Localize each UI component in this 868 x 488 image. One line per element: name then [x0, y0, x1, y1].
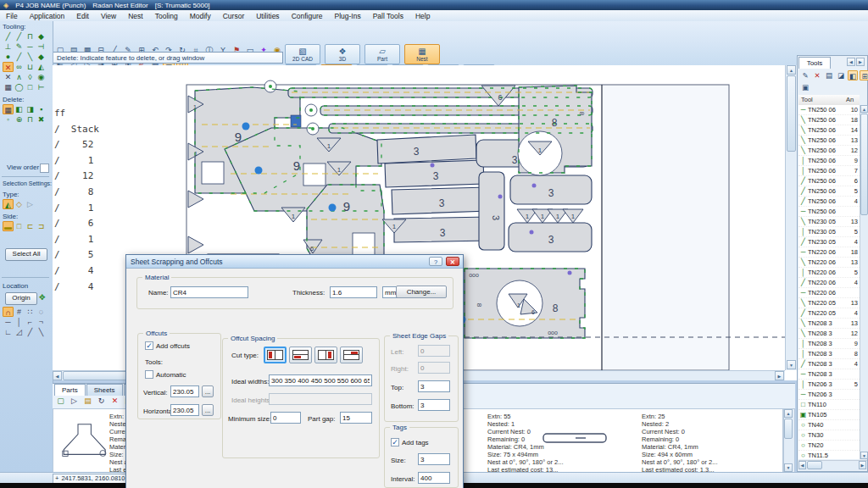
tool-row[interactable]: ▣ TN105 — [798, 410, 860, 420]
tag-size-input[interactable] — [418, 453, 450, 465]
part-3-vertical[interactable] — [479, 172, 504, 250]
tooling-icon[interactable]: ◆ — [36, 52, 47, 62]
tooling-icon[interactable]: ✎ — [14, 42, 25, 52]
parts-toolbar-icon[interactable]: ↻ — [96, 396, 107, 406]
tooling-icon[interactable]: ● — [3, 52, 14, 62]
tooling-icon[interactable]: ∞ — [14, 62, 25, 72]
dialog-help-button[interactable]: ? — [429, 257, 442, 266]
tooling-icon[interactable]: ✕ — [3, 62, 14, 72]
tool-row[interactable]: │ TN250 06 7 — [798, 166, 860, 176]
thickness-input[interactable] — [330, 286, 377, 298]
menu-item[interactable]: File — [0, 12, 24, 20]
tool-row[interactable]: ○ TN40 — [798, 420, 860, 430]
parts-toolbar-icon[interactable]: ▷ — [69, 396, 80, 406]
bottom-tab[interactable]: Sheets — [86, 384, 123, 396]
view-order-checkbox[interactable] — [40, 164, 49, 173]
cut-type-option-2[interactable] — [289, 347, 312, 363]
tool-row[interactable]: ╱ TN250 06 6 — [798, 176, 860, 186]
tool-row[interactable]: ╲ TN230 05 13 — [798, 217, 860, 227]
menu-item[interactable]: Utilities — [250, 12, 285, 20]
tool-row[interactable]: ╱ TN250 06 4 — [798, 197, 860, 207]
menu-item[interactable]: Plug-Ins — [328, 12, 366, 20]
column-quantity[interactable]: An — [846, 95, 860, 105]
vertical-input[interactable] — [170, 385, 199, 397]
tool-row[interactable]: ╲ TN250 06 18 — [798, 115, 860, 125]
tool-row[interactable]: ╲ TN250 06 12 — [798, 146, 860, 156]
tool-row[interactable]: ─ TN220 06 18 — [798, 247, 860, 258]
location-snap-icon[interactable]: ◌ — [36, 307, 47, 317]
edge-bottom-input[interactable] — [418, 399, 450, 411]
menu-item[interactable]: Help — [409, 12, 436, 20]
tool-row[interactable]: ╱ TN208 3 4 — [798, 359, 860, 369]
edge-top-input[interactable] — [418, 380, 450, 392]
delete-mode-icon[interactable]: ◨ — [25, 104, 36, 114]
tools-vertical-scrollbar[interactable]: ▲ ▼ — [860, 105, 868, 459]
tooling-icon[interactable]: ◊ — [25, 72, 36, 82]
delete-mode-icon[interactable]: ⊕ — [14, 114, 25, 125]
add-tags-checkbox[interactable]: ✓ — [391, 438, 399, 446]
menu-item[interactable]: Modify — [184, 12, 217, 20]
menu-item[interactable]: Configure — [286, 12, 329, 20]
side-option-icon[interactable]: ⊏ — [25, 221, 36, 231]
tooling-icon[interactable]: ▦ — [3, 82, 14, 92]
delete-mode-icon[interactable]: ⊓ — [25, 114, 36, 125]
delete-mode-icon[interactable]: ◦ — [3, 114, 14, 125]
tool-row[interactable]: ─ TN206 3 — [798, 390, 860, 400]
delete-tool-icon[interactable]: ✕ — [812, 70, 822, 80]
part-thumbnail-hopper[interactable] — [60, 416, 108, 467]
mode-button[interactable]: ▧ 2D CAD — [285, 44, 320, 64]
tool-row[interactable]: │ TN220 06 5 — [798, 268, 860, 278]
tool-view-toggle-icon[interactable]: ◧ — [848, 70, 858, 80]
canvas-vertical-scrollbar[interactable]: ▲ ▼ — [785, 65, 797, 370]
add-offcuts-checkbox[interactable]: ✓ — [145, 341, 153, 350]
tooling-icon[interactable]: ╱ — [3, 31, 14, 42]
tool-row[interactable]: ╲ TN250 06 14 — [798, 125, 860, 136]
tool-row[interactable]: ╲ TN208 3 12 — [798, 329, 860, 339]
cut-type-option-4[interactable] — [340, 347, 363, 363]
cut-type-option-1[interactable] — [264, 347, 287, 363]
location-snap-icon[interactable]: ╲ — [36, 327, 47, 337]
mode-button[interactable]: ❖ 3D — [325, 44, 360, 64]
ideal-widths-input[interactable] — [269, 374, 372, 386]
tool-library-icon[interactable]: ▣ — [800, 82, 810, 92]
tooling-icon[interactable]: ╲ — [25, 52, 36, 62]
tool-row[interactable]: ○ TN11.5 — [798, 451, 860, 459]
location-snap-icon[interactable]: # — [14, 307, 25, 317]
horizontal-browse-button[interactable]: ... — [202, 404, 214, 416]
tooling-icon[interactable]: ⊢ — [36, 82, 47, 92]
tool-row[interactable]: │ TN208 3 8 — [798, 349, 860, 359]
menu-item[interactable]: Nest — [122, 12, 148, 20]
menu-item[interactable]: Tooling — [149, 12, 184, 20]
part-thumbnail-bar[interactable] — [542, 431, 608, 445]
menu-item[interactable]: Edit — [70, 12, 95, 20]
tool-row[interactable]: ╱ TN250 06 5 — [798, 186, 860, 197]
parts-vertical-scrollbar[interactable]: ▲ ▼ — [783, 408, 795, 474]
select-all-button[interactable]: Select All — [5, 248, 47, 261]
part-info[interactable]: Extn: 25 Nested: 2 Current Nest: 0 Remai… — [642, 413, 717, 474]
tooling-icon[interactable]: ─ — [25, 42, 36, 52]
tooling-icon[interactable]: ◉ — [36, 72, 47, 82]
tooling-icon[interactable]: ◭ — [36, 62, 47, 72]
tooling-icon[interactable]: ✕ — [3, 72, 14, 82]
tooling-icon[interactable]: □ — [25, 82, 36, 92]
tool-row[interactable]: ╱ TN220 06 4 — [798, 278, 860, 288]
export-tool-icon[interactable]: ◪ — [836, 70, 846, 80]
tool-row[interactable]: ╲ TN220 05 13 — [798, 298, 860, 308]
mode-button[interactable]: ▦ Nest — [404, 44, 440, 64]
type-option-icon[interactable]: ◭ — [3, 199, 14, 209]
location-snap-icon[interactable]: ⌐ — [25, 317, 36, 327]
automatic-checkbox[interactable] — [145, 370, 153, 379]
minimum-size-input[interactable] — [270, 412, 301, 424]
delete-mode-icon[interactable]: ▦ — [3, 104, 14, 114]
tab-scroll-left-icon[interactable]: ◀ — [847, 58, 855, 66]
tooling-icon[interactable]: ⊥ — [3, 42, 14, 52]
bottom-tab[interactable]: Parts — [54, 384, 86, 396]
location-snap-icon[interactable]: ∩ — [3, 307, 14, 317]
edit-tool-icon[interactable]: ✎ — [800, 70, 810, 80]
type-option-icon[interactable]: ◇ — [14, 199, 25, 209]
tool-grid-toggle-icon[interactable]: ⊞ — [860, 70, 868, 80]
change-material-button[interactable]: Change... — [396, 286, 447, 298]
tooling-icon[interactable]: ⊓ — [25, 31, 36, 42]
vertical-browse-button[interactable]: ... — [202, 385, 214, 397]
menu-item[interactable]: Application — [24, 12, 71, 20]
